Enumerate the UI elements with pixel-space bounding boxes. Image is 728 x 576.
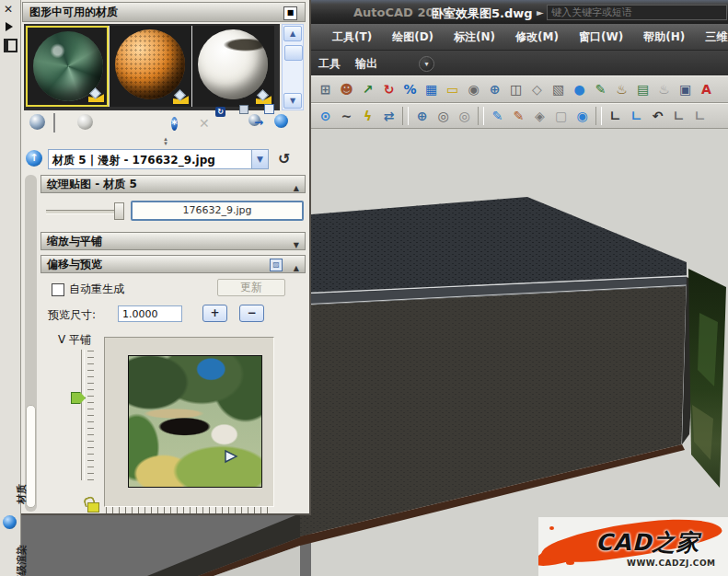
menu-modify[interactable]: 修改(M) [505,24,569,50]
menu-dimension[interactable]: 标注(N) [444,24,505,50]
dimension-icon[interactable]: ▭ [442,78,463,100]
section-texture-map[interactable]: 纹理贴图 - 材质 5 ▲ [40,175,306,193]
section-scale-tile[interactable]: 缩放与平铺 ▼ [40,232,306,250]
texture-opacity-slider[interactable] [46,210,121,214]
swatch-scrollbar[interactable]: ▲ ▼ [282,24,304,110]
graph-icon[interactable]: ↗ [357,78,378,100]
ucs-previous-icon[interactable]: ↶ [647,105,668,127]
named-views-icon[interactable]: ⇄ [378,105,399,127]
walk-through-icon[interactable]: ☻ [336,78,357,100]
materials-palette: 图形中可用的材质 ■ [20,0,311,515]
scale-percent-icon[interactable]: % [399,78,421,100]
texture-file-button[interactable]: 176632_9.jpg [131,201,304,221]
lock-aspect-icon[interactable] [86,497,98,512]
splitter-handle[interactable]: ▴▾ [156,137,175,146]
ucs-icon[interactable]: ∟ [605,105,626,127]
collapse-icon[interactable]: ▲ [294,180,299,197]
white-box-icon[interactable]: ▢ [550,105,572,127]
ribbon-tab-tools[interactable]: 工具 [318,56,341,72]
slider-handle[interactable] [114,202,124,220]
fog-icon[interactable]: ∼ [336,105,357,127]
light-icon[interactable]: ♨ [611,78,632,100]
free-orbit-icon[interactable]: ◎ [433,105,454,127]
slider-tick-marks [87,351,94,480]
ucs-world-icon[interactable]: ∟ [626,105,647,127]
expand-arrow-icon[interactable] [6,22,13,31]
scroll-down-icon[interactable]: ▼ [283,93,302,109]
match-properties-icon[interactable]: ⊞ [315,78,336,100]
scrollbar-thumb[interactable] [284,45,303,61]
text-style-icon[interactable]: A [696,78,717,100]
paint-brush-icon[interactable]: ✎ [508,105,529,127]
ribbon-tab-output[interactable]: 输出 [355,56,377,72]
chevron-down-icon[interactable]: ▼ [251,150,268,168]
apply-material-badge-icon [88,89,104,102]
logo-title: CAD之家 [595,527,699,558]
zoom-in-button[interactable]: + [202,305,227,322]
redo-icon[interactable]: ↻ [378,78,399,100]
pyramid-icon[interactable]: ◇ [526,78,548,100]
preview-size-input[interactable] [118,305,182,322]
checkered-underlay-icon[interactable] [53,114,55,132]
autohide-icon[interactable] [4,39,17,52]
render-icon[interactable]: ✎ [590,78,611,100]
camera-icon[interactable]: ◉ [463,78,484,100]
material-swatch-white[interactable] [191,26,274,107]
background-image-icon[interactable]: ▤ [632,78,653,100]
preview-lighting-icon[interactable] [77,114,93,130]
3d-orbit-icon[interactable]: ⊕ [484,78,505,100]
ucs-object-icon[interactable]: ∟ [689,105,711,127]
array-icon[interactable]: ▦ [421,78,442,100]
tab-advanced-render[interactable]: 高级渲染 [15,545,29,576]
auto-regenerate-checkbox[interactable] [52,283,64,296]
material-swatch-orange[interactable] [109,26,191,107]
material-selector-dropdown[interactable]: 材质 5 | 漫射 - 176632_9.jpg ▼ [48,149,269,169]
expand-icon[interactable]: ▼ [294,237,299,254]
tab-materials[interactable]: 材质 [15,484,29,504]
navigate-up-icon[interactable]: ↑ [26,150,42,167]
solid-edit-icon[interactable]: ◈ [529,105,550,127]
section-offset-preview[interactable]: 偏移与预览 ▨ ▲ [40,255,306,273]
search-input[interactable] [547,5,727,20]
separator [402,107,409,125]
palette-scrollbar[interactable] [25,175,37,512]
title-bar[interactable]: AutoCAD 2009 卧室效果图5.dwg ► [311,0,728,24]
menu-draw[interactable]: 绘图(D) [382,24,444,50]
continuous-orbit-icon[interactable]: ◎ [454,105,475,127]
drawing-viewport[interactable] [311,129,728,576]
swatch-geometry-sphere-icon[interactable] [29,114,45,130]
shaded-box-icon[interactable]: ▧ [548,78,569,100]
menu-help[interactable]: 帮助(H) [633,24,695,50]
ucs-face-icon[interactable]: ∟ [668,105,689,127]
material-swatch-green[interactable] [26,26,109,107]
swap-material-icon[interactable]: ↺ [278,150,290,167]
teapot-render-icon[interactable]: ♨ [653,78,675,100]
apply-material-icon[interactable]: ✎ [487,105,508,127]
document-title: 卧室效果图5.dwg [432,6,533,22]
autocad-screen: AutoCAD 2009 卧室效果图5.dwg ► 工具(T)绘图(D)标注(N… [0,0,728,576]
texture-preview-image[interactable] [128,355,262,488]
auto-regenerate-label: 自动重生成 [69,282,124,297]
panel-toggle-button[interactable]: ■ [283,6,297,20]
ribbon-overflow-button[interactable]: ▾ [419,56,434,72]
v-tile-slider[interactable] [81,350,85,480]
toolbar-orbit-ucs: ⊙∼ϟ⇄⊕◎◎✎✎◈▢◉∟∟↶∟∟ [311,103,728,129]
material-selector-value: 材质 5 | 漫射 - 176632_9.jpg [52,153,215,168]
quick-render-icon[interactable]: ϟ [357,105,378,127]
render-window-icon[interactable]: ▣ [675,78,696,100]
render-region-icon[interactable]: ⊙ [315,105,336,127]
constrained-orbit-icon[interactable]: ⊕ [411,105,433,127]
menu-window[interactable]: 窗口(W) [569,24,633,50]
zoom-out-button[interactable]: − [239,305,264,322]
scroll-up-icon[interactable]: ▲ [283,26,302,41]
sphere-icon[interactable]: ● [569,78,590,100]
create-material-icon[interactable]: * [171,114,178,132]
overlap-circles-icon[interactable]: ◉ [572,105,593,127]
menu-tools[interactable]: 工具(T) [322,24,382,50]
collapse-icon[interactable]: ▲ [294,260,299,277]
menu-3d[interactable]: 三维 [695,24,728,50]
box-solid-icon[interactable]: ◫ [505,78,526,100]
cadzj-logo: CAD之家 WWW.CADZJ.COM [538,517,728,576]
close-icon[interactable]: ✕ [4,3,13,16]
materials-sphere-icon [3,515,17,529]
